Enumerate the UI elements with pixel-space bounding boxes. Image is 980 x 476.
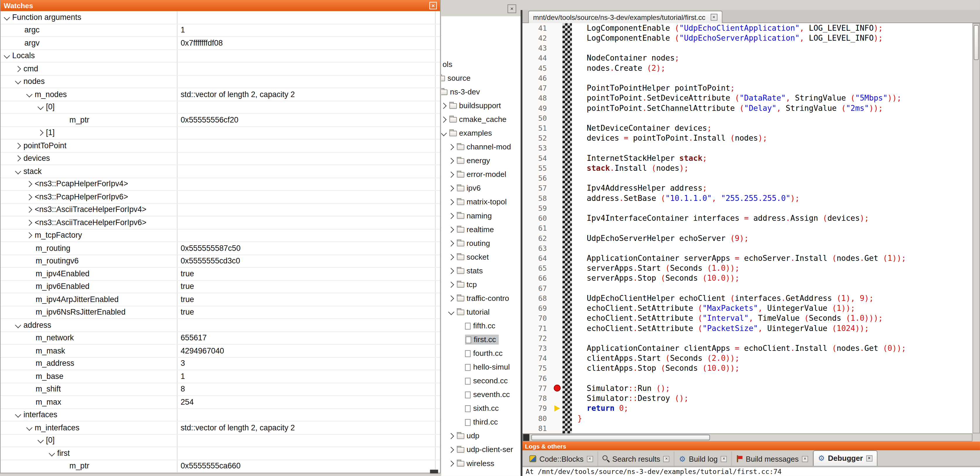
watch-row[interactable]: argv0x7fffffffdf08 bbox=[1, 37, 440, 50]
tree-item[interactable]: fourth.cc bbox=[441, 347, 521, 360]
code-line[interactable] bbox=[578, 283, 972, 293]
chevron-down-icon[interactable] bbox=[448, 309, 454, 315]
code-line[interactable] bbox=[578, 373, 972, 383]
chevron-right-icon[interactable] bbox=[448, 172, 454, 177]
tree-item[interactable]: energy bbox=[441, 154, 521, 168]
watch-row[interactable]: [0] bbox=[1, 101, 440, 114]
chevron-down-icon[interactable] bbox=[49, 450, 55, 456]
code-line[interactable] bbox=[578, 203, 972, 213]
logs-tab-build-messages[interactable]: Build messages× bbox=[732, 452, 813, 466]
watch-row[interactable]: m_max254 bbox=[1, 396, 440, 409]
watch-row[interactable]: <ns3::PcapHelperForIpv4> bbox=[1, 178, 440, 191]
code-editor[interactable]: 4142434445464748495051525354555657585960… bbox=[522, 23, 972, 433]
watch-row[interactable]: m_nodesstd::vector of length 2, capacity… bbox=[1, 88, 440, 101]
chevron-right-icon[interactable] bbox=[448, 144, 454, 150]
tree-item[interactable]: hello-simul bbox=[441, 360, 521, 374]
code-line[interactable]: LogComponentEnable ("UdpEchoServerApplic… bbox=[578, 33, 972, 43]
line-number[interactable]: 41 bbox=[522, 23, 552, 33]
line-number[interactable]: 65 bbox=[522, 264, 552, 273]
watch-row[interactable]: stack bbox=[1, 165, 440, 178]
chevron-right-icon[interactable] bbox=[26, 181, 32, 187]
tree-item[interactable]: ns-3-dev bbox=[441, 85, 521, 99]
editor-horizontal-scrollbar[interactable] bbox=[522, 433, 972, 441]
watch-row[interactable]: argc1 bbox=[1, 24, 440, 37]
chevron-right-icon[interactable] bbox=[448, 433, 454, 439]
chevron-down-icon[interactable] bbox=[4, 53, 10, 59]
code-line[interactable]: address.SetBase ("10.1.1.0", "255.255.25… bbox=[578, 193, 972, 203]
code-line[interactable]: } bbox=[578, 414, 972, 423]
chevron-down-icon[interactable] bbox=[15, 168, 21, 174]
line-number[interactable]: 50 bbox=[522, 113, 552, 123]
close-icon[interactable]: × bbox=[429, 2, 437, 10]
projects-pane-close-button[interactable]: × bbox=[508, 5, 516, 13]
tree-item[interactable]: buildsupport bbox=[441, 99, 521, 113]
chevron-down-icon[interactable] bbox=[4, 14, 10, 20]
watch-row[interactable]: m_interfacesstd::vector of length 2, cap… bbox=[1, 422, 440, 434]
watches-titlebar[interactable]: Watches × bbox=[1, 0, 440, 11]
code-line[interactable]: serverApps.Start (Seconds (1.0)); bbox=[578, 264, 972, 273]
tree-item[interactable]: routing bbox=[441, 236, 521, 250]
chevron-down-icon[interactable] bbox=[15, 322, 21, 327]
code-line[interactable]: stack.Install (nodes); bbox=[578, 163, 972, 173]
close-icon[interactable]: × bbox=[866, 455, 872, 462]
line-number[interactable]: 63 bbox=[522, 243, 552, 253]
line-number[interactable]: 51 bbox=[522, 123, 552, 133]
code-line[interactable] bbox=[578, 143, 972, 153]
chevron-down-icon[interactable] bbox=[38, 437, 43, 443]
tree-item[interactable]: matrix-topol bbox=[441, 195, 521, 209]
line-number[interactable]: 73 bbox=[522, 343, 552, 353]
breakpoint-icon[interactable] bbox=[554, 385, 561, 391]
code-line[interactable] bbox=[578, 423, 972, 433]
watch-row[interactable]: interfaces bbox=[1, 409, 440, 422]
line-number[interactable]: 67 bbox=[522, 283, 552, 293]
code-line[interactable]: echoClient.SetAttribute ("MaxPackets", U… bbox=[578, 303, 972, 313]
watch-row[interactable]: <ns3::AsciiTraceHelperForIpv6> bbox=[1, 216, 440, 229]
watch-row[interactable]: pointToPoint bbox=[1, 139, 440, 152]
code-line[interactable] bbox=[578, 243, 972, 253]
code-line[interactable]: PointToPointHelper pointToPoint; bbox=[578, 83, 972, 93]
tree-item[interactable]: source bbox=[441, 71, 521, 85]
chevron-right-icon[interactable] bbox=[448, 281, 454, 288]
code-line[interactable]: LogComponentEnable ("UdpEchoClientApplic… bbox=[578, 23, 972, 33]
code-line[interactable]: echoClient.SetAttribute ("Interval", Tim… bbox=[578, 313, 972, 323]
line-number[interactable]: 72 bbox=[522, 333, 552, 343]
line-number[interactable]: 62 bbox=[522, 233, 552, 243]
code-line[interactable]: serverApps.Stop (Seconds (10.0)); bbox=[578, 273, 972, 283]
line-number[interactable]: 43 bbox=[522, 43, 552, 53]
code-line[interactable]: ApplicationContainer serverApps = echoSe… bbox=[578, 253, 972, 263]
chevron-right-icon[interactable] bbox=[37, 130, 43, 136]
watch-row[interactable]: Locals bbox=[1, 50, 440, 62]
code-line[interactable]: UdpEchoClientHelper echoClient (interfac… bbox=[578, 293, 972, 303]
chevron-right-icon[interactable] bbox=[26, 207, 32, 212]
chevron-right-icon[interactable] bbox=[448, 185, 454, 191]
watch-row[interactable]: nodes bbox=[1, 75, 440, 88]
code-line[interactable]: Simulator::Run (); bbox=[578, 383, 972, 393]
tree-item[interactable]: error-model bbox=[441, 168, 521, 181]
watch-row[interactable]: <ns3::PcapHelperForIpv6> bbox=[1, 191, 440, 203]
watch-row[interactable]: m_tcpFactory bbox=[1, 229, 440, 242]
tree-item[interactable]: wireless bbox=[441, 457, 521, 470]
tree-item[interactable]: third.cc bbox=[441, 415, 521, 429]
chevron-right-icon[interactable] bbox=[26, 220, 32, 225]
tree-item[interactable]: second.cc bbox=[441, 374, 521, 388]
line-number[interactable]: 44 bbox=[522, 53, 552, 63]
tree-item[interactable]: tcp bbox=[441, 278, 521, 292]
chevron-down-icon[interactable] bbox=[15, 78, 21, 84]
tree-item[interactable]: seventh.cc bbox=[441, 388, 521, 401]
close-icon[interactable]: × bbox=[802, 455, 808, 462]
line-number[interactable]: 69 bbox=[522, 303, 552, 313]
chevron-right-icon[interactable] bbox=[448, 254, 454, 260]
line-number[interactable]: 74 bbox=[522, 353, 552, 363]
code-line[interactable] bbox=[578, 43, 972, 53]
chevron-down-icon[interactable] bbox=[441, 130, 447, 136]
line-number[interactable]: 42 bbox=[522, 33, 552, 43]
logs-titlebar[interactable]: Logs & others bbox=[522, 441, 980, 450]
chevron-right-icon[interactable] bbox=[448, 199, 454, 205]
tree-item[interactable]: socket bbox=[441, 250, 521, 264]
tree-item[interactable]: naming bbox=[441, 209, 521, 222]
tree-item[interactable]: fifth.cc bbox=[441, 319, 521, 333]
chevron-right-icon[interactable] bbox=[448, 295, 454, 301]
watch-row[interactable]: m_ptr0x55555556cf20 bbox=[1, 114, 440, 126]
watch-row[interactable]: m_ipv4Enabledtrue bbox=[1, 268, 440, 280]
chevron-right-icon[interactable] bbox=[15, 66, 21, 72]
